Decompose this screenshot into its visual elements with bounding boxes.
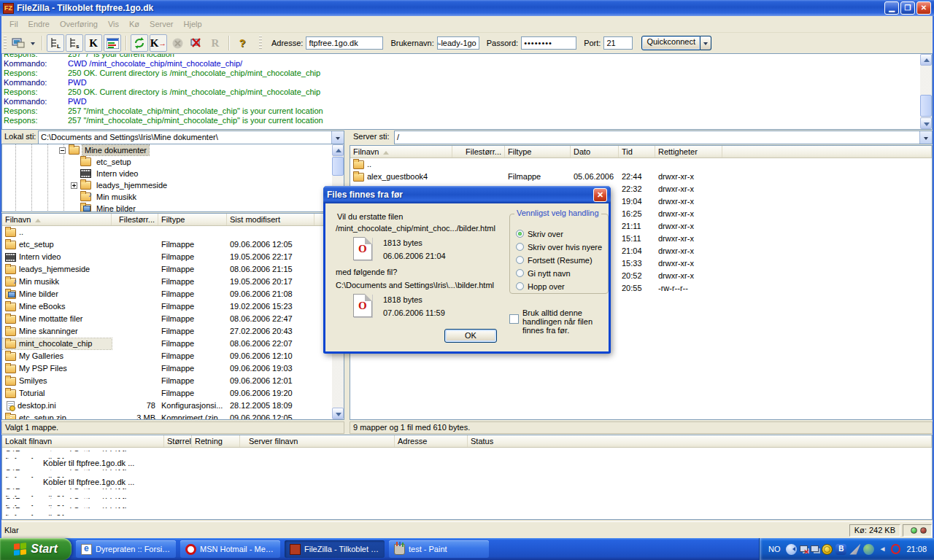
column-header-status[interactable]: Status — [468, 435, 932, 447]
action-radio-option[interactable]: Gi nytt navn — [516, 268, 571, 278]
file-row[interactable]: My PSP Files Filmappe 09.06.2006 19:03 — [2, 362, 332, 375]
column-header-dato[interactable]: Dato — [571, 146, 619, 158]
column-header-filtype[interactable]: Filtype — [158, 214, 227, 225]
hide-icons-chevron-icon[interactable] — [786, 544, 797, 555]
tree-expander-icon[interactable] — [71, 182, 77, 189]
column-header-filtype[interactable]: Filtype — [505, 146, 571, 158]
taskbar-task-button[interactable]: Dyrepraten :: Forside... — [76, 540, 176, 558]
tree-item[interactable]: leadys_hjemmeside — [2, 179, 344, 191]
file-row[interactable]: leadys_hjemmeside Filmappe 08.06.2006 21… — [2, 263, 332, 276]
taskbar-task-button[interactable]: test - Paint — [389, 540, 489, 558]
taskbar-task-button[interactable]: FileZilla - Tilkoblet ftpf... — [285, 540, 385, 558]
queue-row[interactable]: Kobler til ftpfree.1go.dk ... — [2, 459, 932, 468]
wireless-network-icon[interactable] — [811, 545, 819, 552]
menu-koe[interactable]: Kø — [124, 18, 144, 31]
globe-icon[interactable] — [822, 544, 833, 555]
port-input[interactable]: 21 — [603, 36, 633, 50]
column-header-lokalt-filnavn[interactable]: Lokalt filnavn — [2, 435, 164, 447]
cancel-button[interactable] — [169, 34, 186, 52]
queue-row[interactable]: C:\Documents and Settings\Iris\Mine ... … — [2, 506, 932, 516]
local-path-combobox[interactable]: C:\Documents and Settings\Iris\Mine doku… — [38, 131, 344, 144]
combo-dropdown-icon[interactable] — [331, 131, 344, 144]
close-button[interactable]: ✕ — [916, 1, 931, 15]
username-input[interactable]: o-leady-1go — [437, 36, 479, 50]
minimize-button[interactable]: ▁ — [884, 1, 899, 15]
file-row[interactable]: Mine bilder Filmappe 09.06.2006 21:08 — [2, 288, 332, 300]
tree-scrollbar-thumb[interactable] — [332, 157, 344, 176]
file-row[interactable]: desktop.ini 78 Konfigurasjonsi... 28.12.… — [2, 400, 332, 412]
quickconnect-dropdown[interactable] — [700, 36, 711, 50]
queue-row[interactable]: C:\Documents and Settings\Iris\Mine ... … — [2, 468, 932, 478]
scroll-down-icon[interactable] — [332, 408, 344, 419]
file-row[interactable]: Min musikk Filmappe 19.05.2006 20:17 — [2, 276, 332, 288]
file-row[interactable]: .. — [2, 226, 332, 238]
column-header-storrelse[interactable]: Størrelse — [164, 435, 192, 447]
file-row[interactable]: Smilyes Filmappe 09.06.2006 12:01 — [2, 375, 332, 387]
action-radio-option[interactable]: Skriv over — [516, 229, 563, 238]
scroll-down-icon[interactable] — [920, 117, 932, 129]
column-header-adresse[interactable]: Adresse — [395, 435, 468, 447]
launcher-icon[interactable] — [849, 544, 860, 555]
taskbar-task-button[interactable]: MSN Hotmail - Messa... — [180, 540, 280, 558]
quickconnect-button[interactable]: Quickconnect — [641, 36, 700, 50]
help-button[interactable]: ? — [234, 34, 251, 52]
column-header-rettigheter[interactable]: Rettigheter — [655, 146, 722, 158]
refresh-button[interactable] — [131, 34, 148, 52]
server-path-combobox[interactable]: / — [394, 131, 933, 144]
action-radio-option[interactable]: Skriv over hvis nyere — [516, 242, 602, 252]
menu-overfoering[interactable]: Overføring — [55, 18, 103, 31]
toggle-log-button[interactable] — [104, 34, 121, 52]
combo-dropdown-icon[interactable] — [919, 131, 932, 144]
column-header-tid[interactable]: Tid — [619, 146, 655, 158]
toggle-local-tree-button[interactable]: L — [47, 34, 64, 52]
language-indicator[interactable]: NO — [768, 545, 781, 553]
column-header-filestorr[interactable]: Filestørr... — [452, 146, 505, 158]
tree-item[interactable]: Intern video — [2, 168, 344, 179]
column-header-sist-modifisert[interactable]: Sist modifisert — [227, 214, 314, 225]
volume-icon[interactable] — [877, 544, 888, 555]
queue-row[interactable]: C:\Documents and Settings\Iris\Mine ... … — [2, 497, 932, 506]
tree-item[interactable]: Min musikk — [2, 191, 344, 203]
queue-row[interactable]: C:\Documents and Settings\Iris\Mine ... … — [2, 449, 932, 459]
file-row[interactable]: etc_setup Filmappe 09.06.2006 12:05 — [2, 238, 332, 251]
process-queue-button[interactable]: K→ — [150, 34, 167, 52]
scroll-up-icon[interactable] — [920, 54, 932, 66]
file-row[interactable]: Mine eBooks Filmappe 19.02.2006 15:23 — [2, 300, 332, 313]
file-row[interactable]: My Galleries Filmappe 09.06.2006 12:10 — [2, 350, 332, 362]
file-row[interactable]: Mine mottatte filer Filmappe 08.06.2006 … — [2, 313, 332, 325]
file-row[interactable]: mint_chocolate_chip Filmappe 08.06.2006 … — [2, 338, 332, 350]
queue-row[interactable]: Kobler til ftpfree.1go.dk ... — [2, 478, 932, 487]
action-radio-option[interactable]: Hopp over — [516, 281, 565, 291]
tree-item[interactable]: etc_setup — [2, 156, 344, 168]
toggle-remote-tree-button[interactable]: s — [66, 34, 83, 52]
opera-icon[interactable] — [891, 544, 900, 554]
column-header-server-filnavn[interactable]: Server filnavn — [240, 435, 395, 447]
column-header-filnavn[interactable]: Filnavn — [350, 146, 452, 158]
menu-vis[interactable]: Vis — [103, 18, 124, 31]
queue-row[interactable]: C:\Documents and Settings\Iris\Mine ... … — [2, 487, 932, 497]
file-row[interactable]: Toturial Filmappe 09.06.2006 19:20 — [2, 387, 332, 400]
disconnect-button[interactable] — [188, 34, 205, 52]
log-scrollbar[interactable] — [920, 54, 932, 129]
password-input[interactable]: •••••••• — [521, 36, 576, 50]
toggle-queue-button[interactable]: K — [85, 34, 102, 52]
tree-item[interactable]: Mine bilder — [2, 203, 344, 212]
bluetooth-icon[interactable]: B — [835, 544, 846, 555]
scroll-up-icon[interactable] — [332, 144, 344, 156]
site-manager-button[interactable] — [9, 34, 27, 52]
ok-button[interactable]: OK — [444, 329, 497, 343]
file-row[interactable]: .. — [350, 158, 932, 171]
file-row[interactable]: alex_guestbook4 Filmappe 05.06.2006 22:4… — [350, 171, 932, 183]
network-disconnected-icon[interactable] — [800, 545, 808, 552]
reconnect-button[interactable]: R — [207, 34, 224, 52]
column-header-filnavn[interactable]: Filnavn — [2, 214, 112, 225]
action-radio-option[interactable]: Fortsett (Resume) — [516, 255, 593, 265]
file-row[interactable]: etc_setup.zip 3 MB Komprimert (zip... 09… — [2, 412, 332, 420]
messenger-icon[interactable] — [863, 544, 874, 555]
menu-fil[interactable]: Fil — [4, 18, 23, 31]
menu-endre[interactable]: Endre — [23, 18, 55, 31]
dialog-close-icon[interactable]: ✕ — [593, 188, 607, 202]
column-header-retning[interactable]: Retning — [192, 435, 240, 447]
site-manager-dropdown[interactable] — [28, 34, 37, 52]
address-input[interactable]: ftpfree.1go.dk — [306, 36, 383, 50]
